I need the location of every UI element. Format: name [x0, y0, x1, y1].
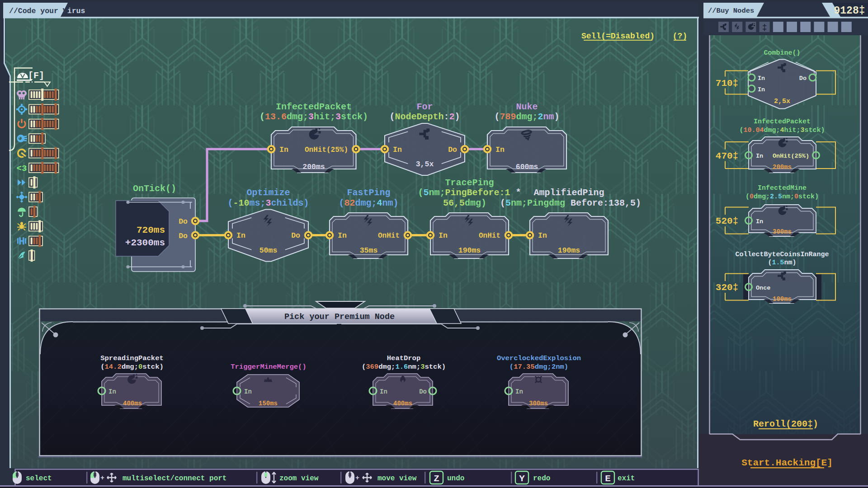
- svg-text:(789dmg;2nm): (789dmg;2nm): [494, 112, 559, 122]
- svg-text:In: In: [380, 388, 387, 395]
- svg-text:Combine(): Combine(): [764, 49, 800, 57]
- svg-text:710‡: 710‡: [716, 78, 738, 89]
- svg-text:CollectByteCoinsInRange: CollectByteCoinsInRange: [735, 251, 829, 258]
- svg-text:(1.5nm): (1.5nm): [768, 259, 796, 267]
- svg-text:9128‡: 9128‡: [834, 5, 865, 17]
- svg-text:35ms: 35ms: [360, 246, 378, 255]
- svg-text:In: In: [495, 145, 505, 154]
- svg-text:[F]: [F]: [28, 70, 44, 81]
- svg-text:E: E: [605, 474, 611, 484]
- svg-text:In: In: [338, 231, 347, 240]
- svg-text:Do: Do: [179, 217, 188, 226]
- svg-text:select: select: [26, 474, 52, 483]
- svg-text:320‡: 320‡: [716, 282, 738, 293]
- svg-text:2,5x: 2,5x: [774, 98, 790, 105]
- svg-text://Code your Virus: //Code your Virus: [9, 7, 85, 15]
- svg-text:100ms: 100ms: [773, 296, 792, 303]
- svg-text:exit: exit: [618, 474, 635, 483]
- svg-text:(NodeDepth:2): (NodeDepth:2): [389, 112, 460, 122]
- svg-text:In: In: [756, 218, 763, 225]
- svg-text:190ms: 190ms: [558, 246, 580, 255]
- svg-text:520‡: 520‡: [716, 216, 738, 226]
- svg-text:OverclockedExplosion: OverclockedExplosion: [497, 354, 581, 362]
- svg-text:OnHit: OnHit: [479, 232, 500, 240]
- svg-text:(5nm;PingBefore:1 *: (5nm;PingBefore:1 *: [418, 188, 521, 198]
- svg-text:Once: Once: [756, 285, 770, 291]
- svg-text:Pick your Premium Node: Pick your Premium Node: [284, 312, 395, 322]
- svg-text:Nuke: Nuke: [516, 102, 538, 112]
- svg-text:InfectedMine: InfectedMine: [758, 184, 807, 192]
- svg-text:For: For: [416, 102, 433, 112]
- svg-text:200ms: 200ms: [302, 163, 325, 171]
- svg-text:(0dmg;2.5nm;0stck): (0dmg;2.5nm;0stck): [745, 193, 819, 201]
- svg-text:Z: Z: [434, 474, 439, 484]
- svg-text:OnHit(25%): OnHit(25%): [773, 153, 809, 160]
- svg-text:multiselect/connect port: multiselect/connect port: [123, 474, 226, 483]
- svg-text:OnHit: OnHit: [378, 232, 400, 240]
- svg-text:TriggerMineMerge(): TriggerMineMerge(): [231, 363, 306, 371]
- svg-text:470‡: 470‡: [716, 151, 738, 161]
- svg-text:(-10ms;3childs): (-10ms;3childs): [227, 198, 309, 208]
- svg-text:600ms: 600ms: [516, 163, 538, 171]
- svg-text:Sell(=Disabled): Sell(=Disabled): [581, 32, 655, 41]
- svg-text:FastPing: FastPing: [347, 188, 390, 198]
- svg-text:(?): (?): [673, 32, 687, 41]
- svg-text:3,5x: 3,5x: [416, 160, 434, 169]
- svg-text:Reroll(200‡): Reroll(200‡): [753, 419, 818, 429]
- svg-text:56,5dmg): 56,5dmg): [443, 198, 486, 208]
- svg-text:InfectedPacket: InfectedPacket: [754, 118, 811, 126]
- svg-text:In: In: [758, 86, 765, 93]
- svg-text:<3: <3: [17, 164, 27, 174]
- svg-text:190ms: 190ms: [458, 246, 481, 255]
- svg-text:Do: Do: [291, 231, 300, 240]
- svg-text:Do: Do: [799, 75, 807, 82]
- svg-text:+: +: [100, 474, 104, 482]
- svg-text:zoom view: zoom view: [279, 474, 319, 483]
- svg-text:Do: Do: [448, 145, 457, 154]
- svg-text:+2300ms: +2300ms: [125, 238, 165, 248]
- svg-text:(14.2dmg;0stck): (14.2dmg;0stck): [100, 363, 164, 371]
- svg-text:300ms: 300ms: [529, 400, 548, 407]
- svg-text:In: In: [758, 75, 765, 82]
- svg-text:In: In: [538, 231, 547, 240]
- svg-text:400ms: 400ms: [393, 400, 412, 407]
- svg-text:+: +: [355, 474, 359, 482]
- svg-text:300ms: 300ms: [773, 228, 792, 235]
- svg-text:(17.35dmg;2nm): (17.35dmg;2nm): [509, 363, 568, 371]
- svg-text:InfectedPacket: InfectedPacket: [276, 102, 352, 112]
- svg-text:redo: redo: [533, 474, 550, 483]
- svg-text:OnHit(25%): OnHit(25%): [305, 146, 348, 154]
- svg-text:Do: Do: [179, 232, 188, 240]
- svg-text:AmplifiedPing: AmplifiedPing: [533, 188, 604, 198]
- svg-text:In: In: [756, 153, 763, 160]
- svg-text://Buy Nodes: //Buy Nodes: [708, 7, 754, 15]
- svg-text:move view: move view: [377, 474, 417, 483]
- svg-text:(13.6dmg;3hit;3stck): (13.6dmg;3hit;3stck): [259, 112, 368, 122]
- svg-text:720ms: 720ms: [137, 225, 165, 235]
- svg-text:(5nm;Pingdmg Before:138,5): (5nm;Pingdmg Before:138,5): [500, 198, 641, 208]
- svg-text:Optimize: Optimize: [246, 188, 290, 198]
- svg-text:400ms: 400ms: [123, 400, 142, 407]
- svg-text:Y: Y: [519, 474, 525, 484]
- svg-text:‡: ‡: [762, 23, 767, 32]
- svg-text:(82dmg;4nm): (82dmg;4nm): [339, 198, 398, 208]
- svg-text:(10.04dmg;4hit;3stck): (10.04dmg;4hit;3stck): [739, 127, 825, 134]
- svg-text:In: In: [439, 231, 448, 240]
- svg-text:In: In: [279, 145, 288, 154]
- svg-text:200ms: 200ms: [773, 164, 792, 171]
- svg-text:OnTick(): OnTick(): [133, 183, 176, 194]
- svg-text:In: In: [108, 388, 116, 395]
- svg-text:SpreadingPacket: SpreadingPacket: [100, 354, 164, 362]
- svg-text:Start.Hacking[E]: Start.Hacking[E]: [741, 458, 833, 468]
- svg-text:Do: Do: [419, 388, 427, 395]
- svg-text:150ms: 150ms: [259, 400, 278, 407]
- svg-text:undo: undo: [447, 474, 464, 483]
- svg-text:In: In: [515, 388, 523, 395]
- svg-text:In: In: [393, 145, 402, 154]
- svg-text:In: In: [236, 231, 245, 240]
- svg-text:(369dmg;1.6nm;3stck): (369dmg;1.6nm;3stck): [362, 363, 446, 371]
- svg-text:TracePing: TracePing: [445, 178, 494, 188]
- svg-text:In: In: [244, 388, 252, 395]
- svg-text:50ms: 50ms: [259, 246, 278, 255]
- svg-text:HeatDrop: HeatDrop: [387, 354, 420, 362]
